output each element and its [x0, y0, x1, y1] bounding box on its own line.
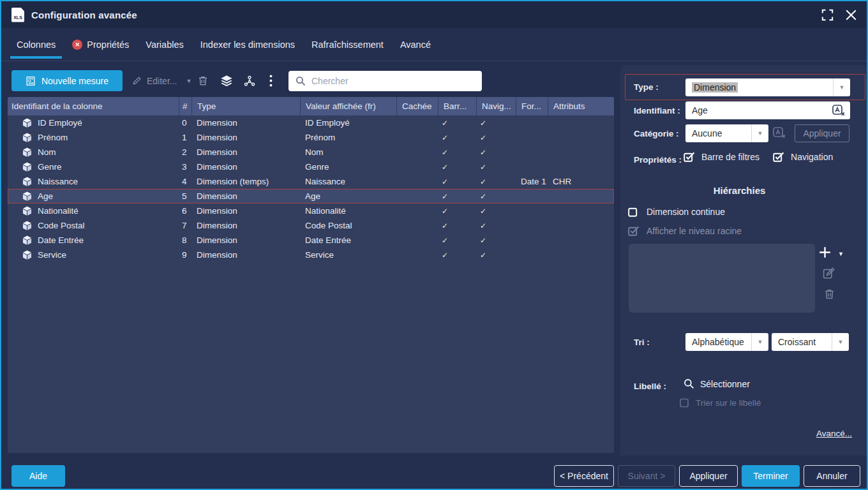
cube-icon: [22, 250, 32, 260]
table-header: Identifiant de la colonne#TypeValeur aff…: [8, 97, 614, 115]
table-cell: ✓: [438, 248, 476, 262]
chevron-down-icon: ▼: [751, 124, 768, 142]
sort-order-dropdown[interactable]: Croissant ▼: [772, 333, 849, 351]
table-cell: [516, 115, 548, 130]
tab-avanc-[interactable]: Avancé: [394, 28, 437, 61]
column-identifier-cell: Nom: [8, 145, 179, 160]
table-cell: Code Postal: [300, 218, 396, 233]
column-header[interactable]: #: [179, 97, 191, 115]
tab-rafra-chissement[interactable]: Rafraîchissement: [305, 28, 390, 61]
table-row[interactable]: Naissance4Dimension (temps)Naissance✓✓Da…: [8, 174, 614, 189]
select-caption-button[interactable]: Sélectionner: [684, 378, 750, 389]
show-root-level-checkbox: Afficher le niveau racine: [628, 226, 742, 236]
chevron-down-icon: ▼: [751, 333, 768, 351]
hierarchies-list[interactable]: [629, 244, 815, 313]
table-row[interactable]: ID Employé0DimensionID Employé✓✓: [8, 115, 614, 130]
table-row[interactable]: Genre3DimensionGenre✓✓: [8, 160, 614, 174]
continuous-dimension-checkbox[interactable]: Dimension continue: [628, 207, 725, 217]
navigation-checkbox[interactable]: [773, 152, 785, 162]
table-cell: CHR: [548, 174, 614, 189]
column-header[interactable]: Attributs: [548, 97, 614, 115]
maximize-icon[interactable]: [821, 9, 834, 21]
column-identifier-cell: Prénom: [8, 130, 179, 145]
table-row[interactable]: Nom2DimensionNom✓✓: [8, 145, 614, 160]
kebab-menu-icon[interactable]: [269, 70, 273, 91]
table-cell: [548, 248, 614, 262]
new-measure-button[interactable]: Nouvelle mesure: [11, 70, 123, 91]
table-row[interactable]: Service9DimensionService✓✓: [8, 248, 614, 262]
checkbox-checked-disabled-icon: [628, 226, 640, 236]
table-cell: [548, 218, 614, 233]
tab-indexer-les-dimensions[interactable]: Indexer les dimensions: [194, 28, 301, 61]
network-button[interactable]: [244, 70, 255, 91]
layers-button[interactable]: [220, 70, 233, 91]
edit-label: Editer...: [147, 76, 177, 86]
error-badge-icon: ✕: [72, 40, 82, 50]
table-cell: Prénom: [300, 130, 396, 145]
table-cell: [548, 115, 614, 130]
select-caption-label: Sélectionner: [700, 379, 750, 389]
column-header[interactable]: Valeur affichée (fr): [300, 97, 396, 115]
finish-button[interactable]: Terminer: [742, 465, 800, 487]
table-cell: 9: [179, 248, 191, 262]
table-cell: 8: [179, 233, 191, 248]
apply-button[interactable]: Appliquer: [679, 465, 738, 487]
table-cell: Dimension: [191, 218, 300, 233]
translate-icon[interactable]: [832, 105, 846, 116]
filter-bar-checkbox[interactable]: [684, 152, 696, 162]
apply-category-button: Appliquer: [795, 124, 849, 142]
previous-button[interactable]: < Précédent: [554, 465, 614, 487]
table-cell: 0: [179, 115, 191, 130]
type-dropdown[interactable]: Dimension ▼: [685, 78, 850, 96]
table-cell: [516, 145, 548, 160]
help-button[interactable]: Aide: [11, 465, 65, 487]
table-cell: [396, 189, 438, 204]
column-identifier-cell: Code Postal: [8, 218, 179, 233]
table-cell: Dimension (temps): [191, 174, 300, 189]
hierarchies-title: Hiérarchies: [629, 185, 850, 196]
table-cell: ✓: [438, 115, 476, 130]
chevron-down-icon: ▼: [832, 333, 849, 351]
cancel-button[interactable]: Annuler: [804, 465, 860, 487]
add-hierarchy-button[interactable]: [819, 246, 831, 258]
table-row[interactable]: Prénom1DimensionPrénom✓✓: [8, 130, 614, 145]
advanced-link[interactable]: Avancé...: [816, 429, 852, 438]
column-header[interactable]: For...: [516, 97, 548, 115]
table-row[interactable]: Code Postal7DimensionCode Postal✓✓: [8, 218, 614, 233]
table-row[interactable]: Age5DimensionAge✓✓: [8, 189, 614, 204]
column-header[interactable]: Type: [191, 97, 300, 115]
table-cell: 7: [179, 218, 191, 233]
table-cell: ✓: [438, 218, 476, 233]
delete-hierarchy-button: [824, 288, 835, 300]
table-cell: Date Entrée: [300, 233, 396, 248]
table-cell: ✓: [438, 130, 476, 145]
column-header[interactable]: Barr...: [438, 97, 476, 115]
table-cell: [516, 189, 548, 204]
sort-label: Tri :: [634, 338, 650, 347]
edit-dropdown-arrow-icon: ▼: [186, 78, 191, 84]
column-header[interactable]: Identifiant de la colonne: [8, 97, 179, 115]
identifier-input[interactable]: [685, 105, 813, 115]
search-input[interactable]: [311, 76, 475, 86]
column-header[interactable]: Cachée: [396, 97, 438, 115]
table-body: ID Employé0DimensionID Employé✓✓Prénom1D…: [8, 115, 614, 262]
table-row[interactable]: Date Entrée8DimensionDate Entrée✓✓: [8, 233, 614, 248]
table-cell: ✓: [438, 204, 476, 218]
cube-icon: [22, 206, 32, 216]
category-dropdown[interactable]: Aucune ▼: [685, 124, 768, 142]
tab-label: Variables: [146, 40, 183, 50]
tab-propri-t-s[interactable]: ✕Propriétés: [66, 28, 135, 61]
column-header[interactable]: Navig...: [476, 97, 516, 115]
tab-colonnes[interactable]: Colonnes: [10, 28, 62, 61]
column-identifier-cell: Genre: [8, 160, 179, 174]
column-identifier-cell: Naissance: [8, 174, 179, 189]
column-identifier-cell: Date Entrée: [8, 233, 179, 248]
xls-file-badge: XLS: [13, 15, 22, 20]
close-icon[interactable]: [846, 10, 857, 20]
tab-variables[interactable]: Variables: [139, 28, 190, 61]
table-row[interactable]: Nationalité6DimensionNationalité✓✓: [8, 204, 614, 218]
sort-mode-dropdown[interactable]: Alphabétique ▼: [685, 333, 768, 351]
table-cell: [396, 174, 438, 189]
cube-icon: [22, 118, 32, 128]
add-hierarchy-dropdown-arrow-icon[interactable]: ▼: [838, 251, 844, 257]
